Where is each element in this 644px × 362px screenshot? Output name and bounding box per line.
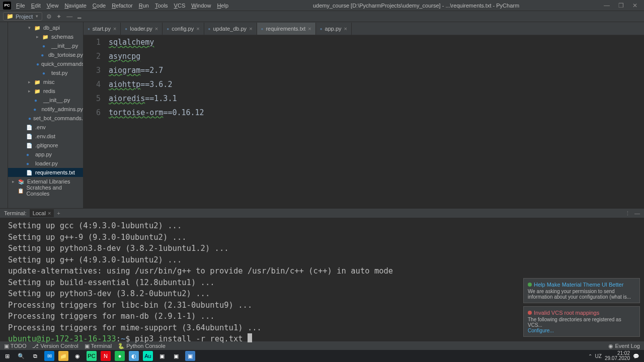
app-icon-1[interactable]: ◐: [129, 351, 139, 361]
txt-icon: 📄: [26, 125, 33, 130]
file-icon: ●: [208, 27, 211, 31]
py-icon: ●: [26, 161, 33, 166]
pycharm-icon: PC: [3, 2, 11, 10]
app-icon-4[interactable]: ▣: [185, 351, 195, 361]
search-icon[interactable]: 🔍: [16, 351, 26, 361]
menu-window[interactable]: Window: [191, 3, 211, 9]
tray-lang[interactable]: UZ: [595, 353, 602, 359]
close-icon[interactable]: ×: [344, 26, 347, 32]
settings-icon[interactable]: ⚙: [46, 13, 53, 20]
terminal-minimize-icon[interactable]: —: [634, 210, 640, 217]
menu-run[interactable]: Run: [139, 3, 149, 9]
tree-item-loader-py[interactable]: ●loader.py: [8, 159, 83, 168]
menu-file[interactable]: File: [16, 3, 25, 9]
close-icon[interactable]: ×: [155, 26, 158, 32]
app-icon-3[interactable]: ▣: [171, 351, 181, 361]
close-icon[interactable]: ×: [308, 26, 311, 32]
menu-code[interactable]: Code: [93, 3, 106, 9]
file-icon: ●: [88, 27, 90, 31]
tree-label: notify_admins.py: [41, 106, 83, 112]
tree-item---init---py[interactable]: ●__init__.py: [8, 41, 83, 50]
tree-label: test.py: [51, 70, 67, 76]
tab-config-py[interactable]: ●config.py×: [163, 23, 204, 35]
notification[interactable]: Help Make Material Theme UI BetterWe are…: [523, 278, 640, 303]
tree-item-misc[interactable]: ▸📁misc: [8, 77, 83, 86]
folder-icon: 📁: [42, 34, 49, 40]
menu-bar: FileEditViewNavigateCodeRefactorRunTools…: [14, 3, 228, 9]
status-terminal[interactable]: ▣ Terminal: [85, 343, 112, 349]
menu-vcs[interactable]: VCS: [174, 3, 186, 9]
status-vcs[interactable]: ⎇ Version Control: [32, 343, 78, 349]
explorer-icon[interactable]: 📁: [58, 351, 68, 361]
tree-item-db-tortoise-py[interactable]: ●db_tortoise.py: [8, 50, 83, 59]
status-pyconsole[interactable]: 🐍 Python Console: [118, 343, 166, 349]
close-icon[interactable]: ×: [196, 26, 199, 32]
menu-view[interactable]: View: [47, 3, 59, 9]
tree-item---init---py[interactable]: ●__init__.py: [8, 96, 83, 105]
menu-tools[interactable]: Tools: [155, 3, 168, 9]
audition-icon[interactable]: Au: [143, 351, 153, 361]
tree-label: set_bot_commands.py: [33, 115, 84, 121]
main-area: ▾📁db_api▸📁schemas●__init__.py●db_tortois…: [0, 22, 644, 208]
minimize-button[interactable]: —: [604, 2, 610, 9]
notifications-icon[interactable]: 💬: [633, 353, 639, 359]
tree-item-schemas[interactable]: ▸📁schemas: [8, 32, 83, 41]
tree-item--env-dist[interactable]: 📄.env.dist: [8, 132, 83, 141]
app-icon-2[interactable]: ▣: [157, 351, 167, 361]
maximize-button[interactable]: ❐: [618, 2, 624, 9]
menu-refactor[interactable]: Refactor: [112, 3, 133, 9]
netflix-icon[interactable]: N: [101, 351, 111, 361]
tree-item--gitignore[interactable]: 📄.gitignore: [8, 141, 83, 150]
close-button[interactable]: ✕: [632, 2, 638, 9]
tab-start-py[interactable]: ●start.py×: [84, 23, 121, 35]
tree-item--env[interactable]: 📄.env: [8, 123, 83, 132]
tree-item-scratches-and-consoles[interactable]: 📋Scratches and Consoles: [8, 186, 83, 195]
tree-item-notify-admins-py[interactable]: ●notify_admins.py: [8, 105, 83, 114]
collapse-icon[interactable]: —: [66, 13, 73, 20]
close-icon[interactable]: ×: [249, 26, 252, 32]
mail-icon[interactable]: ✉: [44, 351, 54, 361]
notif-link[interactable]: Configure...: [528, 328, 635, 333]
tree-item-redis[interactable]: ▸📁redis: [8, 86, 83, 96]
locate-icon[interactable]: ✦: [56, 13, 63, 20]
tree-item-test-py[interactable]: ●test.py: [8, 68, 83, 77]
hide-icon[interactable]: 🗕: [76, 13, 84, 20]
lib-icon: 📚: [18, 179, 25, 185]
terminal-options-icon[interactable]: ⋮: [625, 210, 630, 217]
left-sidebar[interactable]: [0, 22, 8, 208]
close-icon[interactable]: ×: [113, 26, 116, 32]
menu-edit[interactable]: Edit: [31, 3, 41, 9]
tree-item-requirements-txt[interactable]: 📄requirements.txt: [8, 168, 83, 177]
chrome-icon[interactable]: ◉: [72, 351, 83, 361]
pycharm-taskbar-icon[interactable]: PC: [87, 351, 97, 361]
folder-icon: 📁: [34, 88, 41, 94]
tree-item-app-py[interactable]: ●app.py: [8, 150, 83, 159]
close-icon[interactable]: ×: [48, 210, 51, 216]
tree-item-quick-commands-py[interactable]: ●quick_commands.py: [8, 59, 83, 68]
menu-navigate[interactable]: Navigate: [64, 3, 86, 9]
code-content[interactable]: sqlalchemyasyncpgaiogram==2.7aiohttp==3.…: [109, 35, 644, 208]
notification[interactable]: Invalid VCS root mappingsThe following d…: [523, 306, 640, 337]
status-todo[interactable]: ▣ TODO: [4, 343, 26, 349]
tab-update-db-py[interactable]: ●update_db.py×: [204, 23, 257, 35]
tree-item-set-bot-commands-py[interactable]: ●set_bot_commands.py: [8, 114, 83, 123]
new-terminal-button[interactable]: +: [57, 210, 60, 216]
tab-requirements-txt[interactable]: ●requirements.txt×: [257, 23, 316, 35]
project-dropdown[interactable]: 📁 Project ▼: [3, 12, 42, 21]
code-editor[interactable]: 123456 sqlalchemyasyncpgaiogram==2.7aioh…: [84, 35, 644, 208]
spotify-icon[interactable]: ●: [115, 351, 125, 361]
menu-help[interactable]: Help: [217, 3, 228, 9]
py-icon: ●: [28, 116, 31, 121]
tree-item-db-api[interactable]: ▾📁db_api: [8, 23, 83, 32]
start-button[interactable]: ⊞: [2, 351, 12, 361]
tray-chevron-icon[interactable]: ⌃: [588, 353, 592, 359]
tab-label: start.py: [93, 26, 111, 32]
tree-label: requirements.txt: [35, 169, 75, 175]
tab-loader-py[interactable]: ●loader.py×: [121, 23, 163, 35]
tab-app-py[interactable]: ●app.py×: [316, 23, 352, 35]
terminal-tab-local[interactable]: Local ×: [30, 209, 54, 217]
task-view-icon[interactable]: ⧉: [30, 351, 40, 361]
event-log[interactable]: ◉ Event Log: [608, 343, 640, 349]
terminal-label: Terminal:: [4, 210, 27, 216]
py-icon: ●: [42, 43, 49, 49]
